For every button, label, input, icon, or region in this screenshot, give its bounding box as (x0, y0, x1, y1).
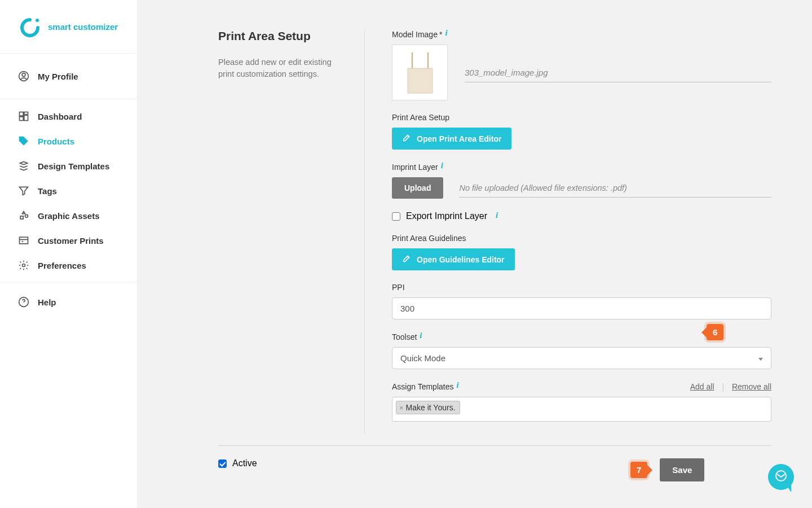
svg-point-7 (21, 138, 23, 140)
nav-group-profile: My Profile (0, 54, 137, 99)
field-guidelines: Print Area Guidelines Open Guidelines Ed… (392, 234, 771, 270)
sidebar-item-label: My Profile (38, 72, 78, 81)
sidebar-item-tags[interactable]: Tags (0, 178, 137, 203)
tag-icon (18, 135, 29, 147)
field-assign-templates: Assign Templates i Add all | Remove all … (392, 382, 771, 422)
chat-button[interactable] (768, 464, 794, 490)
brand-name: smart customizer (48, 22, 118, 32)
remove-all-link[interactable]: Remove all (732, 382, 771, 391)
svg-point-12 (776, 471, 786, 481)
assign-links: Add all | Remove all (690, 382, 771, 391)
mail-icon (774, 469, 788, 485)
toolset-select[interactable]: Quick Mode (392, 347, 771, 369)
tote-bag-icon (403, 50, 437, 95)
step-badge-7: 7 (630, 462, 647, 478)
nav-group-main: Dashboard Products Design Templates Tags… (0, 99, 137, 283)
edit-icon (402, 133, 411, 144)
assets-icon (18, 210, 29, 221)
templates-tagbox[interactable]: × Make it Yours. (392, 397, 771, 422)
sidebar-item-label: Products (38, 137, 74, 146)
svg-rect-11 (408, 68, 433, 93)
field-export-imprint: Export Imprint Layer i (392, 211, 771, 221)
sidebar-item-label: Help (38, 297, 56, 307)
field-imprint-layer: Imprint Layer i Upload No file uploaded … (392, 162, 771, 199)
main-content: Print Area Setup Please add new or edit … (137, 0, 812, 508)
label-imprint-layer: Imprint Layer i (392, 162, 771, 172)
sidebar-item-dashboard[interactable]: Dashboard (0, 99, 137, 129)
field-model-image: Model Image * i 303_model_image.jpg (392, 29, 771, 100)
sidebar-item-label: Dashboard (38, 112, 82, 121)
templates-icon (18, 160, 29, 172)
sidebar-item-label: Customer Prints (38, 236, 104, 246)
info-icon[interactable]: i (420, 331, 422, 340)
svg-rect-4 (24, 112, 28, 115)
sidebar-item-customer-prints[interactable]: Customer Prints (0, 228, 137, 253)
label-guidelines: Print Area Guidelines (392, 234, 771, 243)
model-thumbnail[interactable] (392, 45, 448, 100)
upload-button[interactable]: Upload (392, 177, 443, 199)
section-description: Please add new or edit existing print cu… (218, 56, 342, 80)
sidebar-item-design-templates[interactable]: Design Templates (0, 154, 137, 178)
model-filename: 303_model_image.jpg (465, 63, 771, 82)
label-ppi: PPI (392, 283, 771, 292)
sidebar-item-help[interactable]: Help (0, 283, 137, 314)
svg-point-9 (23, 264, 25, 267)
sidebar-item-graphic-assets[interactable]: Graphic Assets (0, 203, 137, 228)
label-active: Active (232, 458, 257, 468)
divider (218, 445, 771, 446)
save-group: 7 Save (630, 458, 704, 481)
info-icon[interactable]: i (441, 161, 443, 170)
svg-rect-3 (20, 112, 24, 116)
form-column: Model Image * i 303_model_image.jpg (365, 29, 771, 434)
info-icon[interactable]: i (445, 28, 447, 38)
sidebar-item-label: Graphic Assets (38, 211, 100, 221)
section-title: Print Area Setup (218, 29, 342, 43)
sidebar-item-label: Preferences (38, 261, 86, 270)
prints-icon (18, 235, 29, 246)
help-icon (18, 296, 29, 308)
svg-rect-6 (20, 117, 24, 121)
add-all-link[interactable]: Add all (690, 382, 714, 391)
field-ppi: PPI (392, 283, 771, 319)
user-icon (18, 71, 29, 82)
dashboard-icon (18, 111, 29, 122)
label-model-image: Model Image * i (392, 29, 771, 39)
svg-rect-5 (24, 115, 28, 120)
label-print-area-setup: Print Area Setup (392, 113, 771, 122)
field-print-area-setup: Print Area Setup Open Print Area Editor (392, 113, 771, 150)
open-guidelines-editor-button[interactable]: Open Guidelines Editor (392, 248, 515, 270)
brand-logo[interactable]: smart customizer (19, 15, 118, 38)
export-imprint-checkbox[interactable] (392, 212, 400, 221)
save-button[interactable]: Save (660, 458, 704, 481)
open-print-area-editor-button[interactable]: Open Print Area Editor (392, 128, 511, 150)
remove-tag-icon[interactable]: × (399, 404, 404, 412)
upload-placeholder: No file uploaded (Allowed file extension… (459, 179, 771, 198)
step-badge-6: 6 (707, 324, 723, 340)
edit-icon (402, 254, 411, 265)
svg-point-0 (36, 19, 39, 22)
sidebar-item-products[interactable]: Products (0, 129, 137, 154)
label-assign-templates: Assign Templates i (392, 382, 459, 391)
ppi-input[interactable] (392, 297, 771, 319)
svg-rect-8 (20, 237, 28, 244)
brand-logo-icon (19, 15, 41, 38)
sidebar-header: smart customizer (0, 0, 137, 54)
sidebar-item-preferences[interactable]: Preferences (0, 253, 137, 282)
funnel-icon (18, 185, 29, 196)
template-tag: × Make it Yours. (396, 401, 460, 414)
active-checkbox[interactable] (218, 459, 227, 468)
sidebar-item-label: Tags (38, 186, 57, 196)
sidebar: smart customizer My Profile Dashboard Pr… (0, 0, 137, 508)
sidebar-item-label: Design Templates (38, 161, 109, 171)
section-intro: Print Area Setup Please add new or edit … (218, 29, 365, 434)
info-icon[interactable]: i (496, 211, 498, 220)
info-icon[interactable]: i (456, 380, 458, 390)
sidebar-item-my-profile[interactable]: My Profile (0, 54, 137, 99)
gear-icon (18, 260, 29, 271)
label-export-imprint: Export Imprint Layer (406, 211, 487, 221)
svg-point-2 (22, 73, 25, 77)
